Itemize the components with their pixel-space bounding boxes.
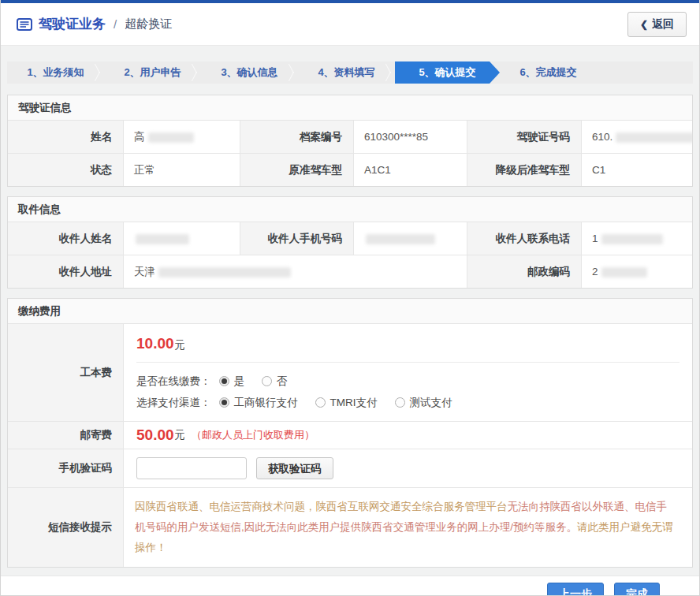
recipient-address-value: 天津 xyxy=(124,255,467,288)
step-5-confirm-submit[interactable]: 5、确认提交 xyxy=(395,61,500,84)
postal-code-value: 2 xyxy=(582,255,692,288)
fees-title: 缴纳费用 xyxy=(8,299,692,324)
previous-step-button[interactable]: 上一步 xyxy=(547,583,604,596)
step-1-notice[interactable]: 1、业务须知 xyxy=(7,61,104,84)
radio-channel-icbc[interactable]: 工商银行支付 xyxy=(219,396,298,410)
original-class-value: A1C1 xyxy=(354,154,467,186)
mailing-fee-row: 邮寄费 50.00元 （邮政人员上门收取费用） xyxy=(8,421,692,449)
production-fee-amount: 10.00 xyxy=(136,335,174,352)
redacted-value xyxy=(601,234,663,244)
page-header: 驾驶证业务 / 超龄换证 ❮ 返回 xyxy=(1,3,699,46)
recipient-name-value xyxy=(124,222,240,255)
back-chevron-icon: ❮ xyxy=(640,19,648,30)
online-payment-question-line: 是否在线缴费： 是 否 xyxy=(136,371,680,392)
table-row: 收件人姓名 收件人手机号码 收件人联系电话 1 xyxy=(8,222,692,255)
production-fee-row: 工本费 10.00元 是否在线缴费： 是 否 选择支付渠道： xyxy=(8,324,692,421)
step-6-finish-submit[interactable]: 6、完成提交 xyxy=(500,61,597,84)
pickup-info-title: 取件信息 xyxy=(8,197,692,222)
sms-notice-text: 因陕西省联通、电信运营商技术问题，陕西省互联网交通安全综合服务管理平台无法向持陕… xyxy=(124,488,692,567)
recipient-phone-label: 收件人联系电话 xyxy=(467,222,582,255)
file-number-label: 档案编号 xyxy=(240,121,354,153)
production-fee-amount-line: 10.00元 xyxy=(136,332,680,360)
step-bar-filler xyxy=(597,61,693,84)
postal-code-label: 邮政编码 xyxy=(467,255,582,288)
online-payment-question: 是否在线缴费： xyxy=(136,374,211,389)
redacted-value xyxy=(601,267,647,278)
name-value: 高 xyxy=(124,121,240,153)
radio-channel-tmri[interactable]: TMRI支付 xyxy=(315,396,378,410)
table-row: 姓名 高 档案编号 610300****85 驾驶证号码 610. xyxy=(8,121,692,153)
redacted-value xyxy=(136,234,189,244)
back-button[interactable]: ❮ 返回 xyxy=(627,12,687,37)
license-number-label: 驾驶证号码 xyxy=(467,121,582,153)
license-number-value: 610. xyxy=(582,121,692,153)
redacted-value xyxy=(616,132,692,143)
mailing-fee-amount: 50.00 xyxy=(136,427,174,444)
redacted-value xyxy=(366,234,435,244)
recipient-name-label: 收件人姓名 xyxy=(8,222,124,255)
fees-section: 缴纳费用 工本费 10.00元 是否在线缴费： 是 否 选择支付渠道： xyxy=(7,298,693,568)
finish-button[interactable]: 完成 xyxy=(614,583,660,596)
mailing-fee-unit: 元 xyxy=(175,428,186,442)
breadcrumb-current: 超龄换证 xyxy=(125,17,172,32)
step-4-fill-materials[interactable]: 4、资料填写 xyxy=(298,61,395,84)
license-info-title: 驾驶证信息 xyxy=(8,95,692,121)
recipient-mobile-value xyxy=(354,222,467,255)
table-row: 收件人地址 天津 邮政编码 2 xyxy=(8,255,692,288)
back-button-label: 返回 xyxy=(652,17,674,32)
production-fee-label: 工本费 xyxy=(8,324,124,421)
radio-online-yes[interactable]: 是 xyxy=(219,374,245,389)
step-wizard: 1、业务须知 2、用户申告 3、确认信息 4、资料填写 5、确认提交 6、完成提… xyxy=(7,61,693,84)
production-fee-unit: 元 xyxy=(175,339,186,351)
radio-checked-icon xyxy=(219,376,229,386)
sms-code-label: 手机验证码 xyxy=(8,449,124,487)
sms-code-row: 手机验证码 获取验证码 xyxy=(8,449,692,487)
recipient-mobile-label: 收件人手机号码 xyxy=(240,222,354,255)
pickup-info-section: 取件信息 收件人姓名 收件人手机号码 收件人联系电话 1 收件人地址 天津 邮政… xyxy=(7,196,693,289)
status-value: 正常 xyxy=(124,154,240,186)
sms-notice-row: 短信接收提示 因陕西省联通、电信运营商技术问题，陕西省互联网交通安全综合服务管理… xyxy=(8,487,692,567)
radio-online-no[interactable]: 否 xyxy=(262,374,288,389)
payment-channel-question: 选择支付渠道： xyxy=(136,396,211,410)
recipient-phone-value: 1 xyxy=(582,222,692,255)
step-2-declaration[interactable]: 2、用户申告 xyxy=(104,61,201,84)
recipient-address-label: 收件人地址 xyxy=(8,255,124,288)
radio-unchecked-icon xyxy=(315,397,326,408)
sms-notice-label: 短信接收提示 xyxy=(8,488,124,567)
redacted-value xyxy=(148,132,194,143)
payment-channel-question-line: 选择支付渠道： 工商银行支付 TMRI支付 测试支付 xyxy=(136,392,680,413)
radio-unchecked-icon xyxy=(262,376,272,386)
status-label: 状态 xyxy=(8,154,124,186)
radio-channel-test[interactable]: 测试支付 xyxy=(395,396,452,410)
get-sms-code-button[interactable]: 获取验证码 xyxy=(256,457,333,479)
downgraded-class-label: 降级后准驾车型 xyxy=(467,154,582,186)
table-row: 状态 正常 原准驾车型 A1C1 降级后准驾车型 C1 xyxy=(8,153,692,186)
license-info-section: 驾驶证信息 姓名 高 档案编号 610300****85 驾驶证号码 610. … xyxy=(7,95,693,187)
original-class-label: 原准驾车型 xyxy=(240,154,354,186)
downgraded-class-value: C1 xyxy=(582,154,692,186)
breadcrumb-separator: / xyxy=(114,17,117,31)
mailing-fee-note: （邮政人员上门收取费用） xyxy=(192,428,315,442)
file-number-value: 610300****85 xyxy=(354,121,467,153)
redacted-value xyxy=(158,267,291,278)
footer-action-bar: 上一步 完成 xyxy=(1,576,699,596)
radio-checked-icon xyxy=(219,397,229,408)
sms-code-input[interactable] xyxy=(136,457,247,479)
radio-unchecked-icon xyxy=(395,397,405,408)
name-label: 姓名 xyxy=(8,121,124,153)
divider xyxy=(136,362,680,363)
step-3-confirm-info[interactable]: 3、确认信息 xyxy=(201,61,298,84)
mailing-fee-label: 邮寄费 xyxy=(8,422,124,449)
page-title: 驾驶证业务 xyxy=(39,15,106,33)
license-card-icon xyxy=(17,18,32,31)
